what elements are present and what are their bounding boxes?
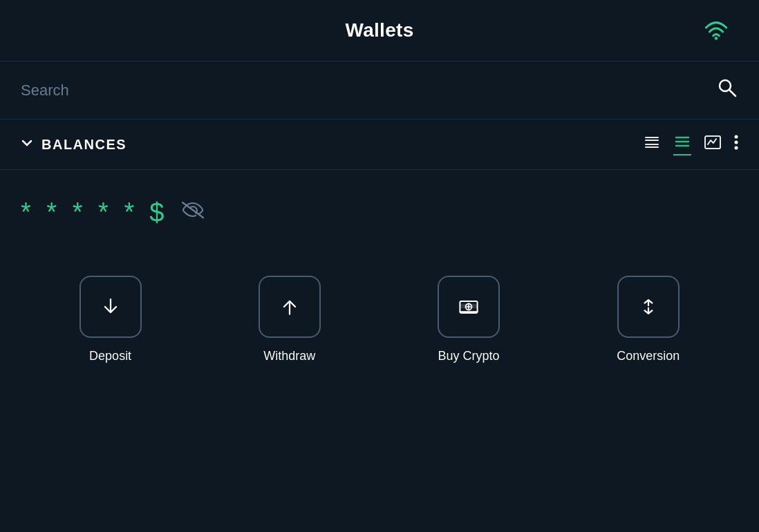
page-title: Wallets (345, 19, 413, 41)
hide-balance-icon[interactable] (180, 200, 205, 225)
buy-crypto-action[interactable]: Buy Crypto (438, 276, 500, 363)
balance-currency: $ (149, 198, 164, 227)
withdraw-label: Withdraw (263, 349, 315, 363)
more-options-icon[interactable] (734, 134, 738, 155)
balances-left: BALANCES (21, 137, 126, 153)
conversion-action[interactable]: Conversion (617, 276, 680, 363)
balances-right (643, 133, 738, 155)
conversion-label: Conversion (617, 349, 680, 363)
header: Wallets (0, 0, 759, 61)
svg-line-2 (729, 90, 735, 96)
deposit-action[interactable]: Deposit (79, 276, 142, 363)
list-detailed-icon[interactable] (643, 135, 661, 154)
svg-point-13 (735, 146, 738, 150)
chart-icon[interactable] (704, 135, 722, 154)
deposit-button[interactable] (79, 276, 142, 338)
withdraw-button[interactable] (259, 276, 321, 338)
svg-point-12 (735, 141, 738, 144)
search-container (0, 61, 759, 120)
svg-point-11 (735, 135, 738, 139)
buy-crypto-label: Buy Crypto (438, 349, 500, 363)
balance-display: * * * * * $ (0, 170, 759, 241)
conversion-button[interactable] (617, 276, 680, 338)
search-input[interactable] (21, 82, 716, 99)
app-container: Wallets BALANCE (0, 0, 759, 532)
chevron-down-icon[interactable] (21, 137, 33, 153)
deposit-label: Deposit (89, 349, 131, 363)
balances-header: BALANCES (0, 120, 759, 170)
actions-container: Deposit Withdraw (0, 255, 759, 391)
buy-crypto-button[interactable] (438, 276, 500, 338)
balance-masked: * * * * * (21, 198, 138, 227)
svg-point-0 (715, 37, 718, 39)
wifi-icon[interactable] (701, 14, 731, 47)
balances-label: BALANCES (41, 137, 126, 153)
withdraw-action[interactable]: Withdraw (259, 276, 321, 363)
list-simple-icon[interactable] (673, 133, 691, 155)
search-icon[interactable] (716, 77, 738, 104)
